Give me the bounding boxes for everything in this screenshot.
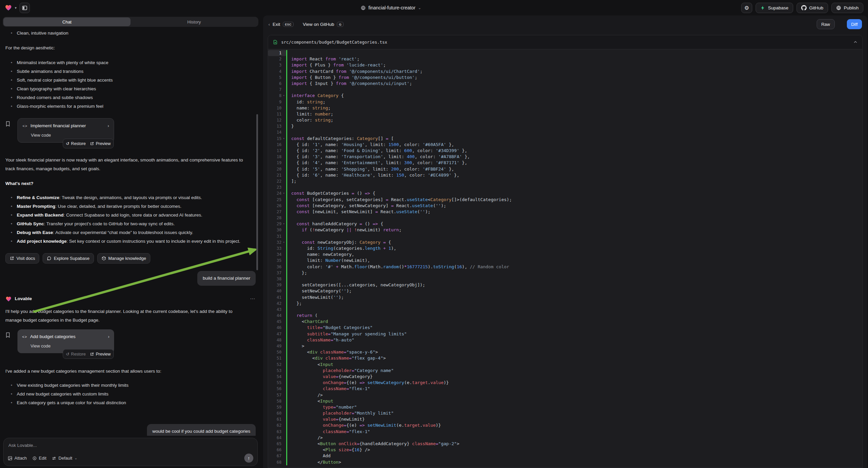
line-number: 47 (268, 331, 281, 337)
code-line: 40 setNewCategory(''); (268, 288, 862, 294)
fold-chevron-icon[interactable]: ▾ (281, 93, 286, 99)
github-button[interactable]: GitHub (797, 3, 828, 13)
code-line: 21 { id: '6', name: 'Healthcare', limit:… (268, 172, 862, 178)
top-bar: ▾ financial-future-creator ⌄ ⚙ Supabase … (0, 0, 868, 16)
code-line: 55 onChange={(e) => setNewCategory(e.tar… (268, 380, 862, 386)
chevron-left-icon: ‹ (269, 22, 270, 27)
line-number: 18 (268, 154, 281, 160)
code-line: 1 (268, 50, 862, 56)
list-item: Rounded corners and subtle shadows (5, 93, 256, 102)
line-number: 36 (268, 264, 281, 270)
code-line: 61 value={newLimit} (268, 416, 862, 422)
attach-button[interactable]: Attach (8, 456, 27, 461)
code-line: 15▾const defaultCategories: Category[] =… (268, 136, 862, 142)
diff-toggle-button[interactable]: Diff (847, 19, 862, 29)
code-line: 27 const [newLimit, setNewLimit] = React… (268, 209, 862, 215)
restore-preview-pill-1: ↺ Restore Preview (63, 139, 114, 148)
collapse-chevron-up-icon[interactable] (853, 40, 858, 44)
code-line: 30 if (!newCategory || !newLimit) return… (268, 227, 862, 233)
code-line: 24▾const BudgetCategories = () => { (268, 191, 862, 196)
line-number: 14 (268, 129, 281, 135)
publish-button[interactable]: Publish (831, 3, 863, 13)
code-line: 18 { id: '3', name: 'Transportation', li… (268, 154, 862, 160)
design-heading: For the design aesthetic: (5, 43, 244, 52)
code-line: 11 limit: number; (268, 111, 862, 117)
code-line: 34 name: newCategory, (268, 252, 862, 258)
lovable-logo-heart-icon[interactable] (5, 4, 12, 11)
chat-history-tabs: Chat History (3, 17, 258, 27)
external-link-icon (90, 352, 94, 356)
code-line: 25 const [categories, setCategories] = R… (268, 197, 862, 203)
gear-icon: ⚙ (744, 5, 749, 11)
line-number: 65 (268, 441, 281, 447)
user-message-bubble: build a financial planner (197, 271, 256, 286)
send-button[interactable]: ↑ (244, 454, 253, 463)
fold-chevron-icon[interactable]: ▾ (281, 191, 286, 196)
code-line: 63 className="flex-1" (268, 429, 862, 435)
raw-toggle-button[interactable]: Raw (817, 19, 835, 29)
code-line: 59 type="number" (268, 404, 862, 410)
message-more-menu[interactable]: ⋯ (250, 294, 256, 303)
line-number: 62 (268, 422, 281, 429)
line-number: 10 (268, 105, 281, 111)
github-icon (801, 5, 807, 10)
code-line: 9 id: string; (268, 99, 862, 105)
code-line: 64 /> (268, 435, 862, 441)
line-number: 53 (268, 368, 281, 374)
line-number: 7 (268, 87, 281, 93)
arrow-up-icon: ↑ (248, 456, 250, 461)
restore-button[interactable]: ↺ Restore (66, 139, 86, 148)
supabase-button[interactable]: Supabase (755, 3, 793, 13)
code-line: 16 { id: '1', name: 'Housing', limit: 15… (268, 142, 862, 148)
line-number: 40 (268, 288, 281, 294)
code-line: 43 (268, 306, 862, 313)
bookmark-icon[interactable] (5, 121, 10, 130)
next-step-item: Refine & Customize: Tweak the design, an… (5, 194, 256, 202)
code-line: 22]; (268, 178, 862, 184)
preview-button[interactable]: Preview (90, 350, 111, 358)
file-diff-card: src/components/budget/BudgetCategories.t… (268, 35, 863, 468)
code-line: 23 (268, 184, 862, 191)
file-header[interactable]: src/components/budget/BudgetCategories.t… (268, 35, 862, 49)
fold-chevron-icon[interactable]: ▾ (281, 136, 286, 142)
code-editor[interactable]: 12import React from 'react';3import { Pl… (268, 49, 862, 468)
line-number: 66 (268, 447, 281, 453)
fold-chevron-icon[interactable]: ▾ (281, 221, 286, 227)
chat-scroll-area[interactable]: Clean, intuitive navigation For the desi… (0, 28, 261, 436)
list-item: Soft, neutral color palette with light b… (5, 76, 256, 85)
mode-select[interactable]: Default ⌄ (52, 456, 77, 461)
bookmark-icon[interactable] (5, 332, 10, 341)
project-switcher[interactable]: financial-future-creator ⌄ (361, 0, 421, 16)
chat-scrollbar-thumb[interactable] (256, 114, 258, 270)
code-line: 51 <div className="flex gap-4"> (268, 355, 862, 361)
chevron-right-icon: › (108, 121, 109, 130)
explore-supabase-button[interactable]: Explore Supabase (42, 253, 94, 264)
line-number: 26 (268, 203, 281, 209)
settings-button[interactable]: ⚙ (741, 3, 752, 13)
version-card-2-wrap: <> Add budget categories › View code ↺ R… (18, 329, 114, 359)
line-number: 48 (268, 337, 281, 343)
code-line: 36 color: '#' + Math.floor(Math.random()… (268, 264, 862, 270)
manage-knowledge-button[interactable]: Manage knowledge (97, 253, 151, 264)
preview-button[interactable]: Preview (90, 139, 111, 148)
assistant-header: Lovable ⋯ (5, 294, 256, 303)
code-line: 45 <ChartCard (268, 319, 862, 325)
line-number: 20 (268, 166, 281, 172)
tab-history[interactable]: History (130, 18, 258, 26)
exit-button[interactable]: ‹ Exit ESC (269, 22, 293, 27)
line-number: 19 (268, 160, 281, 166)
list-item: Glass-morphic elements for a premium fee… (5, 102, 256, 111)
visit-docs-button[interactable]: Visit docs (5, 253, 39, 264)
chat-input[interactable] (8, 443, 204, 448)
fold-chevron-icon[interactable]: ▾ (281, 239, 286, 245)
edit-button[interactable]: Edit (32, 456, 46, 461)
code-line: 31 (268, 233, 862, 239)
view-on-github-link[interactable]: View on GitHub G (303, 22, 344, 27)
toggle-sidebar-button[interactable] (20, 3, 30, 13)
logo-chevron-down-icon[interactable]: ▾ (15, 6, 17, 10)
line-number: 3 (268, 62, 281, 68)
line-number: 67 (268, 453, 281, 459)
restore-button[interactable]: ↺ Restore (66, 350, 86, 358)
tab-chat[interactable]: Chat (3, 18, 130, 26)
code-line: 3import { Plus } from 'lucide-react'; (268, 62, 862, 68)
